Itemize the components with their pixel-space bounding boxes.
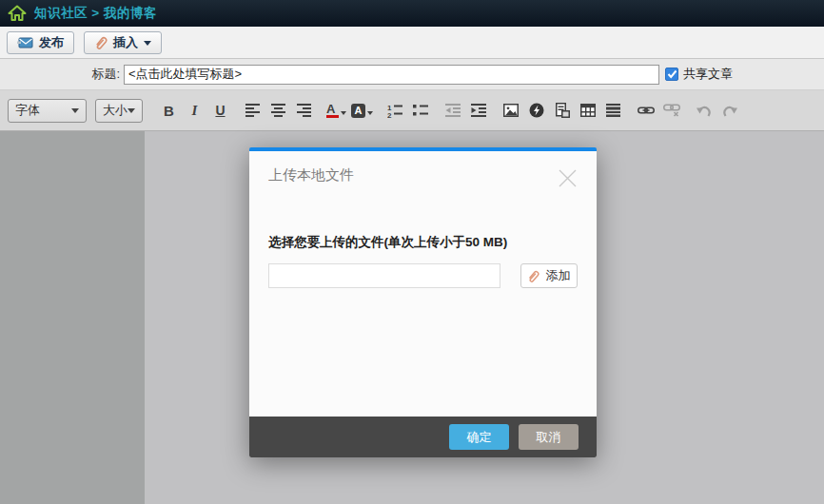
envelope-icon (17, 37, 33, 48)
upload-dialog-header: 上传本地文件 (249, 151, 597, 192)
add-file-button[interactable]: 添加 (520, 263, 578, 288)
align-center-button[interactable] (265, 98, 291, 124)
upload-dialog-body: 选择您要上传的文件(单次上传小于50 MB) 添加 (249, 234, 597, 288)
share-article-label: 共享文章 (683, 66, 733, 83)
bold-icon: B (164, 103, 174, 119)
undo-button[interactable] (691, 98, 716, 124)
action-toolbar: 发布 插入 (0, 27, 824, 59)
insert-table-button[interactable] (575, 98, 600, 124)
chevron-down-icon (341, 111, 346, 118)
upload-dialog: 上传本地文件 选择您要上传的文件(单次上传小于50 MB) 添加 确定 取消 (249, 147, 597, 457)
file-select-row: 添加 (268, 263, 578, 288)
top-nav-bar: 知识社区 > 我的博客 (0, 0, 824, 27)
background-color-icon: A (351, 104, 365, 118)
image-icon (503, 104, 519, 117)
font-family-select[interactable]: 字体 (8, 99, 87, 123)
ordered-list-button[interactable]: 1 2 (382, 98, 407, 124)
horizontal-lines-icon (606, 104, 620, 117)
italic-button[interactable]: I (182, 98, 207, 124)
paperclip-icon (94, 36, 108, 49)
outdent-button[interactable] (440, 98, 465, 124)
font-size-select[interactable]: 大小 (95, 99, 143, 123)
svg-text:2: 2 (387, 110, 392, 118)
check-icon (667, 69, 677, 79)
upload-dialog-footer: 确定 取消 (249, 417, 597, 457)
outdent-icon (445, 104, 461, 117)
insert-flash-button[interactable] (523, 98, 549, 124)
chevron-down-icon (144, 41, 151, 49)
publish-label: 发布 (39, 34, 64, 51)
insert-label: 插入 (113, 34, 138, 51)
title-input[interactable] (124, 65, 659, 85)
align-left-icon (245, 104, 260, 117)
undo-icon (696, 105, 712, 117)
ok-button[interactable]: 确定 (449, 424, 509, 450)
redo-icon (722, 105, 737, 117)
link-icon (638, 105, 655, 116)
underline-icon: U (215, 103, 225, 118)
paperclip-icon (527, 270, 540, 282)
indent-icon (471, 104, 486, 117)
unlink-icon (663, 104, 680, 117)
align-right-icon (297, 104, 311, 117)
share-article-wrap: 共享文章 (665, 66, 733, 83)
upload-hint-text: 选择您要上传的文件(单次上传小于50 MB) (268, 234, 578, 251)
ordered-list-icon: 1 2 (387, 104, 402, 118)
embed-document-button[interactable] (549, 98, 575, 124)
embed-document-icon (554, 103, 570, 118)
title-label: 标题: (0, 66, 124, 83)
horizontal-lines-button[interactable] (600, 98, 626, 124)
font-size-label: 大小 (103, 102, 128, 119)
font-color-icon: A (326, 104, 339, 118)
font-color-button[interactable]: A (324, 98, 349, 124)
upload-dialog-title: 上传本地文件 (268, 166, 354, 184)
editor-left-margin (0, 131, 145, 504)
insert-image-button[interactable] (498, 98, 523, 124)
format-toolbar: 字体 大小 B I U A A (0, 90, 824, 131)
insert-button[interactable]: 插入 (84, 31, 162, 54)
underline-button[interactable]: U (207, 98, 233, 124)
insert-link-button[interactable] (633, 98, 658, 124)
chevron-down-icon (128, 108, 135, 117)
align-left-button[interactable] (240, 98, 265, 124)
redo-button[interactable] (716, 98, 742, 124)
flash-icon (529, 103, 544, 118)
file-path-input[interactable] (268, 263, 500, 288)
bold-button[interactable]: B (156, 98, 182, 124)
table-icon (580, 104, 596, 117)
indent-button[interactable] (465, 98, 491, 124)
close-icon[interactable] (558, 168, 578, 192)
add-file-label: 添加 (545, 267, 570, 284)
italic-icon: I (192, 103, 198, 119)
breadcrumb[interactable]: 知识社区 > 我的博客 (34, 5, 157, 22)
publish-button[interactable]: 发布 (7, 31, 74, 54)
unlink-button[interactable] (658, 98, 684, 124)
chevron-down-icon (367, 111, 373, 118)
title-row: 标题: 共享文章 (0, 59, 824, 90)
background-color-button[interactable]: A (349, 98, 375, 124)
chevron-down-icon (71, 108, 79, 117)
align-center-icon (271, 104, 285, 117)
font-family-label: 字体 (15, 102, 40, 119)
share-article-checkbox[interactable] (665, 68, 678, 81)
home-icon[interactable] (8, 5, 27, 22)
align-right-button[interactable] (291, 98, 317, 124)
unordered-list-icon (413, 104, 428, 118)
unordered-list-button[interactable] (407, 98, 433, 124)
cancel-button[interactable]: 取消 (519, 424, 579, 450)
